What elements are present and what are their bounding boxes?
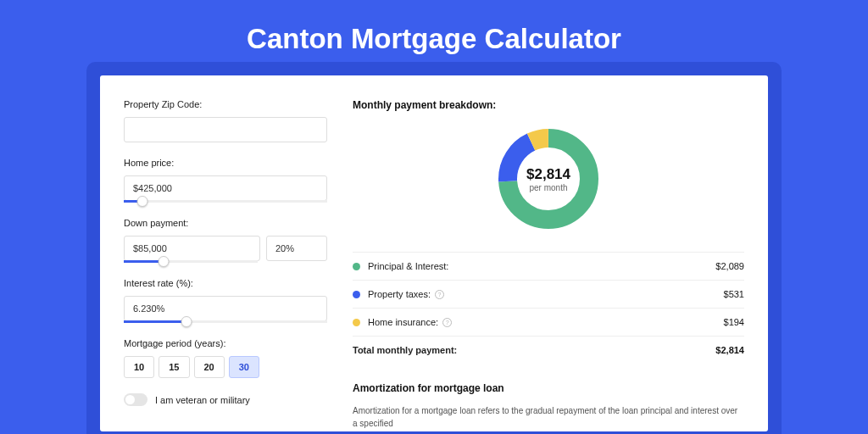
period-option-30[interactable]: 30: [229, 356, 259, 378]
legend: Principal & Interest: $2,089 Property ta…: [353, 252, 744, 364]
zip-input[interactable]: [124, 117, 327, 142]
price-slider[interactable]: [124, 200, 327, 203]
legend-row-principal: Principal & Interest: $2,089: [353, 253, 744, 281]
price-label: Home price:: [124, 158, 327, 168]
legend-row-total: Total monthly payment: $2,814: [353, 337, 744, 364]
donut-chart: $2,814 per month: [353, 126, 744, 231]
breakdown-panel: Monthly payment breakdown: $2,814 per mo…: [353, 99, 744, 431]
down-percent-input[interactable]: [266, 236, 327, 261]
zip-field: Property Zip Code:: [124, 99, 327, 142]
legend-label: Home insurance: ?: [368, 317, 724, 327]
dot-icon: [353, 263, 360, 270]
amortization-title: Amortization for mortgage loan: [353, 382, 744, 394]
info-icon[interactable]: ?: [435, 290, 444, 299]
page-title: Canton Mortgage Calculator: [0, 0, 868, 75]
veteran-row: I am veteran or military: [124, 393, 327, 406]
rate-slider[interactable]: [124, 320, 327, 323]
down-amount-input[interactable]: [124, 236, 260, 261]
period-field: Mortgage period (years): 10 15 20 30: [124, 338, 327, 378]
legend-row-taxes: Property taxes: ? $531: [353, 281, 744, 309]
legend-value: $2,089: [715, 261, 744, 271]
veteran-toggle[interactable]: [124, 393, 147, 406]
slider-thumb-icon[interactable]: [136, 196, 147, 207]
slider-thumb-icon[interactable]: [159, 256, 170, 267]
rate-input[interactable]: [124, 296, 327, 321]
period-label: Mortgage period (years):: [124, 338, 327, 348]
price-input[interactable]: [124, 175, 327, 201]
amortization-text: Amortization for a mortgage loan refers …: [353, 404, 744, 430]
legend-row-insurance: Home insurance: ? $194: [353, 309, 744, 337]
slider-thumb-icon[interactable]: [181, 316, 192, 327]
dot-icon: [353, 319, 360, 326]
calculator-card: Property Zip Code: Home price: Down paym…: [100, 75, 768, 431]
zip-label: Property Zip Code:: [124, 99, 327, 109]
rate-label: Interest rate (%):: [124, 278, 327, 288]
total-label: Total monthly payment:: [353, 345, 715, 355]
down-field: Down payment:: [124, 218, 327, 263]
legend-value: $194: [724, 317, 744, 327]
down-label: Down payment:: [124, 218, 327, 228]
legend-label: Property taxes: ?: [368, 289, 724, 299]
total-value: $2,814: [715, 345, 744, 355]
period-option-15[interactable]: 15: [159, 356, 189, 378]
period-option-20[interactable]: 20: [194, 356, 225, 378]
info-icon[interactable]: ?: [442, 318, 452, 327]
donut-value: $2,814: [526, 166, 570, 183]
dot-icon: [353, 291, 360, 298]
amortization-section: Amortization for mortgage loan Amortizat…: [353, 382, 744, 430]
period-option-10[interactable]: 10: [124, 356, 154, 378]
price-field: Home price:: [124, 158, 327, 203]
legend-value: $531: [724, 289, 744, 299]
veteran-label: I am veteran or military: [155, 395, 250, 405]
down-slider[interactable]: [124, 260, 258, 263]
period-group: 10 15 20 30: [124, 356, 327, 378]
rate-field: Interest rate (%):: [124, 278, 327, 323]
legend-label: Principal & Interest:: [368, 261, 715, 271]
breakdown-title: Monthly payment breakdown:: [353, 99, 744, 111]
form-panel: Property Zip Code: Home price: Down paym…: [124, 99, 327, 431]
donut-subtext: per month: [529, 183, 567, 192]
